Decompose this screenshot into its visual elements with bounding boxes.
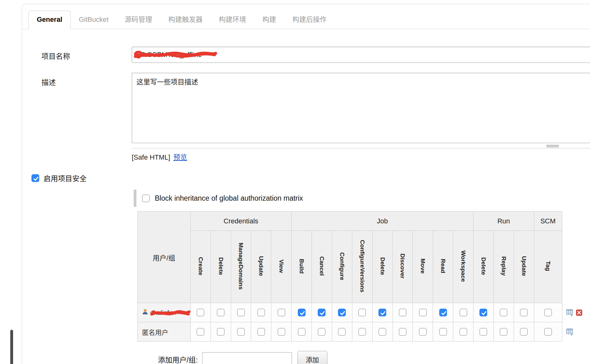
permission-col-build: Build xyxy=(292,231,312,303)
perm-checkbox-cancel[interactable] xyxy=(318,309,326,316)
perm-cell-view xyxy=(271,322,292,342)
perm-cell-build xyxy=(292,322,312,342)
tab-source-code-management[interactable]: 源码管理 xyxy=(117,9,160,29)
perm-checkbox-update[interactable] xyxy=(257,309,265,316)
project-name-label: 项目名称 xyxy=(22,47,132,61)
perm-checkbox-delete[interactable] xyxy=(479,309,487,316)
perm-cell-managedomains xyxy=(231,322,251,342)
perm-checkbox-configureversions[interactable] xyxy=(358,309,366,316)
project-name-row: 项目名称 xyxy=(22,47,590,63)
left-scrollbar-thumb[interactable] xyxy=(10,330,13,364)
perm-cell-configure xyxy=(332,322,352,342)
tab-bar: GeneralGitBucket源码管理构建触发器构建环境构建构建后操作 xyxy=(22,4,590,29)
add-user-label: 添加用户/组: xyxy=(158,354,198,364)
enable-security-row: 启用项目安全 xyxy=(22,173,590,183)
perm-checkbox-update[interactable] xyxy=(520,328,528,336)
perm-checkbox-workspace[interactable] xyxy=(459,309,467,316)
preview-link[interactable]: 预览 xyxy=(173,153,187,161)
perm-cell-discover xyxy=(393,303,413,322)
perm-checkbox-managedomains[interactable] xyxy=(237,309,245,316)
permission-grid-icon[interactable]: x xyxy=(566,328,574,336)
perm-checkbox-workspace[interactable] xyxy=(459,328,467,336)
perm-checkbox-discover[interactable] xyxy=(399,309,407,316)
perm-checkbox-delete[interactable] xyxy=(217,328,225,336)
permission-col-move: Move xyxy=(413,231,433,303)
add-user-input[interactable] xyxy=(202,352,292,364)
perm-cell-view xyxy=(271,303,292,322)
enable-security-checkbox[interactable] xyxy=(31,174,39,182)
perm-checkbox-delete[interactable] xyxy=(378,328,386,336)
permission-col-tag: Tag xyxy=(534,231,562,303)
perm-checkbox-managedomains[interactable] xyxy=(237,328,245,336)
svg-text:x: x xyxy=(571,314,573,316)
tab-build[interactable]: 构建 xyxy=(254,9,284,29)
perm-checkbox-tag[interactable] xyxy=(544,309,552,316)
perm-checkbox-move[interactable] xyxy=(419,328,427,336)
resize-grip-icon xyxy=(546,145,559,148)
permission-group-job: Job xyxy=(292,212,473,231)
tab-build-triggers[interactable]: 构建触发器 xyxy=(160,9,211,29)
permission-grid-icon[interactable]: x xyxy=(566,309,574,316)
perm-checkbox-replay[interactable] xyxy=(500,309,507,316)
perm-cell-managedomains xyxy=(231,303,251,322)
permission-col-configureversions: ConfigureVersions xyxy=(352,231,372,303)
perm-checkbox-create[interactable] xyxy=(197,328,204,336)
perm-checkbox-discover[interactable] xyxy=(399,328,407,336)
perm-checkbox-replay[interactable] xyxy=(500,328,507,336)
matrix-actions-header xyxy=(562,212,590,303)
section-indent-bar xyxy=(134,189,136,207)
permission-col-create: Create xyxy=(190,231,211,303)
project-name-input[interactable] xyxy=(132,47,590,63)
perm-checkbox-delete[interactable] xyxy=(479,328,487,336)
security-section: Block inheritance of global authorizatio… xyxy=(134,189,590,364)
delete-row-icon[interactable] xyxy=(576,309,583,316)
perm-cell-configure xyxy=(332,303,352,322)
perm-cell-tag xyxy=(534,322,562,342)
perm-cell-move xyxy=(413,303,433,322)
config-panel: GeneralGitBucket源码管理构建触发器构建环境构建构建后操作 项目名… xyxy=(22,4,590,364)
perm-cell-tag xyxy=(534,303,562,322)
perm-cell-create xyxy=(190,322,211,342)
perm-checkbox-configure[interactable] xyxy=(338,328,346,336)
perm-cell-create xyxy=(190,303,211,322)
block-inheritance-row: Block inheritance of global authorizatio… xyxy=(134,189,590,207)
permission-col-delete: Delete xyxy=(372,231,393,303)
tab-gitbucket[interactable]: GitBucket xyxy=(71,11,117,29)
perm-checkbox-update[interactable] xyxy=(257,328,265,336)
description-textarea[interactable]: 这里写一些项目描述 xyxy=(132,73,590,143)
perm-checkbox-create[interactable] xyxy=(197,309,204,316)
perm-checkbox-read[interactable] xyxy=(439,328,447,336)
safe-html-label: [Safe HTML] xyxy=(132,153,170,161)
block-inheritance-label: Block inheritance of global authorizatio… xyxy=(155,194,303,203)
block-inheritance-checkbox[interactable] xyxy=(142,194,150,202)
tab-post-build-actions[interactable]: 构建后操作 xyxy=(284,9,335,29)
perm-checkbox-view[interactable] xyxy=(278,309,285,316)
perm-checkbox-delete[interactable] xyxy=(378,309,386,316)
perm-checkbox-build[interactable] xyxy=(298,309,306,316)
perm-cell-read xyxy=(433,303,453,322)
perm-checkbox-view[interactable] xyxy=(278,328,285,336)
tab-general[interactable]: General xyxy=(28,11,71,29)
perm-cell-delete xyxy=(372,303,393,322)
perm-checkbox-update[interactable] xyxy=(520,309,528,316)
perm-cell-delete xyxy=(211,303,231,322)
perm-checkbox-build[interactable] xyxy=(298,328,306,336)
permission-col-view: View xyxy=(271,231,292,303)
tab-build-environment[interactable]: 构建环境 xyxy=(211,9,254,29)
perm-checkbox-configureversions[interactable] xyxy=(358,328,366,336)
perm-checkbox-delete[interactable] xyxy=(217,309,225,316)
perm-checkbox-read[interactable] xyxy=(439,309,447,316)
perm-cell-workspace xyxy=(453,303,473,322)
textarea-resize-handle[interactable] xyxy=(132,144,590,148)
perm-cell-delete xyxy=(372,322,393,342)
perm-checkbox-cancel[interactable] xyxy=(318,328,326,336)
user-group-header: 用户/组 xyxy=(138,212,191,303)
add-user-button[interactable]: 添加 xyxy=(297,351,327,364)
perm-cell-cancel xyxy=(312,322,332,342)
perm-checkbox-configure[interactable] xyxy=(338,309,346,316)
perm-cell-replay xyxy=(493,303,514,322)
perm-cell-discover xyxy=(393,322,413,342)
permission-col-discover: Discover xyxy=(393,231,413,303)
perm-checkbox-move[interactable] xyxy=(419,309,427,316)
perm-checkbox-tag[interactable] xyxy=(544,328,552,336)
